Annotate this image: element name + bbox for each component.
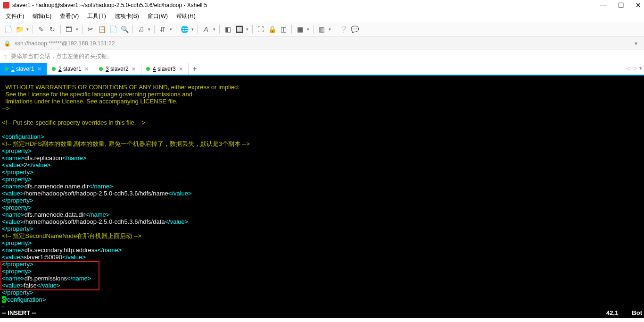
menu-tab[interactable]: 选项卡(B): [115, 12, 139, 20]
tab-next-icon[interactable]: ▷: [633, 65, 636, 71]
dropdown-icon[interactable]: ▾: [170, 27, 172, 32]
paste-icon[interactable]: 📄: [109, 25, 117, 34]
tab-number: 1: [11, 66, 15, 72]
tab-close-icon[interactable]: ✕: [179, 66, 183, 72]
cut-icon[interactable]: ✂: [86, 25, 95, 34]
minimize-button[interactable]: —: [600, 1, 607, 9]
toolbar-divider: [82, 25, 83, 34]
term-line: </property>: [2, 261, 33, 268]
copy-icon[interactable]: 📋: [98, 25, 106, 34]
lock-icon: 🔒: [4, 40, 11, 47]
transfer-icon[interactable]: ⇵: [158, 25, 167, 34]
wand-icon[interactable]: ✎: [37, 25, 45, 34]
address-input[interactable]: [15, 40, 628, 47]
tab-label: slaver1: [16, 66, 34, 72]
address-dropdown-icon[interactable]: ▾: [632, 40, 640, 47]
menu-tool[interactable]: 工具(T): [87, 12, 106, 20]
menu-file[interactable]: 文件(F): [6, 12, 24, 20]
toolbar-divider: [60, 25, 61, 34]
toolbar-divider: [252, 25, 253, 34]
tab-slaver1-1[interactable]: 1 slaver1 ✕: [0, 63, 47, 75]
term-line: <!-- Put site-specific property override…: [2, 119, 145, 126]
menu-bar: 文件(F) 编辑(E) 查看(V) 工具(T) 选项卡(B) 窗口(W) 帮助(…: [0, 10, 644, 22]
term-line: <value>/home/hadoop/soft/hadoop-2.5.0-cd…: [2, 218, 188, 225]
toolbar-divider: [176, 25, 176, 34]
tab-close-icon[interactable]: ✕: [132, 66, 136, 72]
term-line: <value>slaver1:50090</value>: [2, 254, 86, 261]
theme-icon[interactable]: ◧: [223, 25, 232, 34]
term-line: limitations under the License. See accom…: [2, 98, 178, 105]
tab-slaver2[interactable]: 3 slaver2 ✕: [94, 63, 141, 75]
help-icon[interactable]: ❔: [339, 25, 347, 34]
tab-slaver3[interactable]: 4 slaver3 ✕: [141, 63, 189, 75]
term-line: <name>dfs.namenode.name.dir</name>: [2, 183, 113, 190]
tab-prev-icon[interactable]: ◁: [626, 65, 630, 71]
tab-nav: ◁ ▷ ▾: [626, 65, 642, 71]
status-dot-icon: [146, 67, 150, 71]
tab-number: 3: [106, 66, 109, 72]
hint-bar: ⏍ 要添加当前会话，点击左侧的箭头按钮。: [0, 50, 644, 63]
term-line: </property>: [2, 169, 33, 176]
term-line: </property>: [2, 197, 33, 204]
menu-help[interactable]: 帮助(H): [176, 12, 196, 20]
dropdown-icon[interactable]: ▾: [76, 27, 78, 32]
globe-icon[interactable]: 🌐: [180, 25, 189, 34]
tab-label: slaver1: [63, 66, 82, 72]
close-button[interactable]: ✕: [636, 1, 641, 9]
menu-edit[interactable]: 编辑(E): [33, 12, 51, 20]
menu-view[interactable]: 查看(V): [60, 12, 79, 20]
dropdown-icon[interactable]: ▾: [191, 27, 194, 32]
term-line: <value>/home/hadoop/soft/hadoop-2.5.0-cd…: [2, 190, 192, 197]
grid-icon[interactable]: ▦: [296, 25, 304, 34]
tab-close-icon[interactable]: ✕: [84, 66, 89, 72]
tab-bar: 1 slaver1 ✕ 2 slaver1 ✕ 3 slaver2 ✕ 4 sl…: [0, 63, 644, 76]
open-folder-icon[interactable]: 📁: [15, 25, 24, 34]
window-bottom: [0, 318, 644, 322]
print-icon[interactable]: 🖨: [137, 25, 145, 34]
comment-icon[interactable]: 💬: [350, 25, 359, 34]
term-line: <name>dfs.secondary.http.address</name>: [2, 246, 122, 254]
term-line: See the License for the specific languag…: [2, 91, 192, 98]
tab-slaver1-2[interactable]: 2 slaver1 ✕: [47, 63, 94, 75]
dropdown-icon[interactable]: ▾: [329, 27, 331, 32]
dropdown-icon[interactable]: ▾: [26, 27, 29, 32]
search-icon[interactable]: 🔍: [120, 25, 129, 34]
lock-icon[interactable]: 🔒: [268, 25, 276, 34]
term-line: <!-- 指定SecondNameNode在那台机器上面启动 -->: [2, 232, 141, 239]
new-session-icon[interactable]: 📄: [4, 25, 12, 34]
transparent-icon[interactable]: ◫: [279, 25, 288, 34]
toolbar-divider: [154, 25, 155, 34]
menu-window[interactable]: 窗口(W): [148, 12, 168, 20]
window-title: slaver1 - hadoop@slaver1:~/soft/hadoop-2…: [12, 2, 207, 8]
term-line: <name>dfs.permissions</name>: [2, 275, 91, 282]
dropdown-icon[interactable]: ▾: [213, 27, 215, 32]
vim-cursor-pos: 42,1: [606, 309, 618, 316]
maximize-button[interactable]: ☐: [618, 1, 624, 9]
vim-scroll-pos: Bot: [632, 309, 642, 316]
term-line: <property>: [2, 176, 32, 183]
tab-list-icon[interactable]: ▾: [639, 65, 642, 71]
tile-icon[interactable]: ▥: [317, 25, 326, 34]
terminal[interactable]: WITHOUT WARRANTIES OR CONDITIONS OF ANY …: [0, 76, 644, 318]
reconnect-icon[interactable]: ↻: [48, 25, 57, 34]
dropdown-icon[interactable]: ▾: [148, 27, 150, 32]
tab-close-icon[interactable]: ✕: [37, 66, 41, 72]
tab-number: 4: [153, 66, 156, 72]
color-icon[interactable]: 🔲: [235, 25, 243, 34]
title-bar: slaver1 - hadoop@slaver1:~/soft/hadoop-2…: [0, 0, 644, 10]
term-line: <property>: [2, 239, 32, 246]
session-icon[interactable]: 🗔: [65, 25, 73, 34]
add-session-icon[interactable]: ⏍: [4, 53, 7, 60]
term-line: <value>false</value>: [2, 282, 60, 289]
status-dot-icon: [99, 67, 103, 71]
font-icon[interactable]: A: [202, 25, 210, 34]
term-line: <property>: [2, 268, 32, 275]
term-line: </configuration>: [2, 296, 46, 303]
fullscreen-icon[interactable]: ⛶: [256, 25, 265, 34]
term-line: <name>dfs.replication</name>: [2, 154, 86, 161]
dropdown-icon[interactable]: ▾: [307, 27, 309, 32]
dropdown-icon[interactable]: ▾: [246, 27, 248, 32]
toolbar: 📄 📁 ▾ ✎ ↻ 🗔 ▾ ✂ 📋 📄 🔍 🖨 ▾ ⇵ ▾ 🌐 ▾ A ▾ ◧ …: [0, 22, 644, 37]
tab-add-button[interactable]: +: [189, 63, 201, 75]
hint-text: 要添加当前会话，点击左侧的箭头按钮。: [11, 52, 113, 60]
